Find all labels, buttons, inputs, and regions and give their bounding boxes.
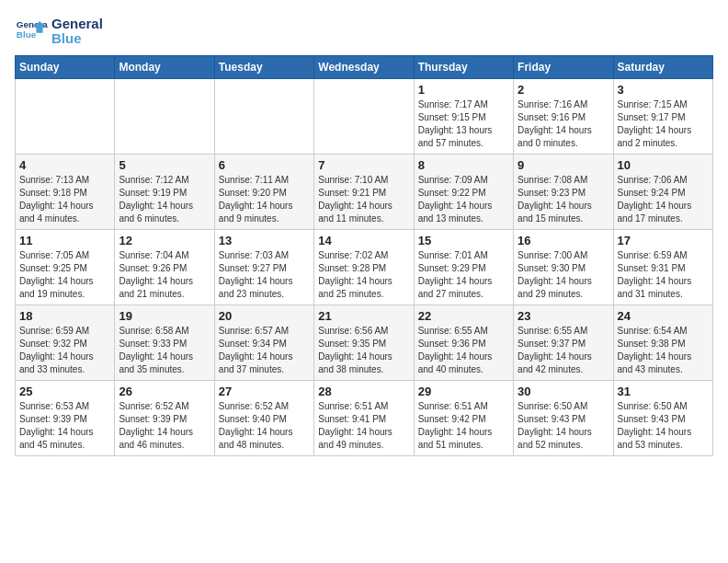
day-number: 4 — [19, 158, 110, 172]
calendar-cell: 14Sunrise: 7:02 AM Sunset: 9:28 PM Dayli… — [314, 230, 414, 305]
day-info: Sunrise: 7:01 AM Sunset: 9:29 PM Dayligh… — [418, 249, 509, 301]
weekday-tuesday: Tuesday — [214, 56, 313, 79]
day-info: Sunrise: 6:57 AM Sunset: 9:34 PM Dayligh… — [219, 325, 310, 376]
calendar-header: SundayMondayTuesdayWednesdayThursdayFrid… — [16, 56, 713, 79]
day-info: Sunrise: 7:06 AM Sunset: 9:24 PM Dayligh… — [618, 174, 709, 225]
calendar-cell: 21Sunrise: 6:56 AM Sunset: 9:35 PM Dayli… — [314, 305, 414, 381]
day-info: Sunrise: 6:55 AM Sunset: 9:36 PM Dayligh… — [418, 325, 509, 376]
day-number: 23 — [518, 309, 609, 323]
day-number: 16 — [518, 234, 609, 247]
weekday-thursday: Thursday — [414, 56, 513, 79]
day-info: Sunrise: 6:50 AM Sunset: 9:43 PM Dayligh… — [518, 400, 609, 452]
calendar-week-5: 25Sunrise: 6:53 AM Sunset: 9:39 PM Dayli… — [16, 381, 713, 456]
day-info: Sunrise: 7:11 AM Sunset: 9:20 PM Dayligh… — [219, 174, 310, 225]
calendar-cell: 1Sunrise: 7:17 AM Sunset: 9:15 PM Daylig… — [414, 79, 513, 155]
day-info: Sunrise: 7:10 AM Sunset: 9:21 PM Dayligh… — [318, 174, 409, 225]
calendar-cell: 17Sunrise: 6:59 AM Sunset: 9:31 PM Dayli… — [613, 230, 712, 305]
day-number: 2 — [518, 83, 609, 97]
calendar-week-4: 18Sunrise: 6:59 AM Sunset: 9:32 PM Dayli… — [16, 305, 713, 381]
day-info: Sunrise: 7:00 AM Sunset: 9:30 PM Dayligh… — [518, 249, 609, 301]
calendar-cell: 12Sunrise: 7:04 AM Sunset: 9:26 PM Dayli… — [115, 230, 214, 305]
calendar-cell: 24Sunrise: 6:54 AM Sunset: 9:38 PM Dayli… — [613, 305, 712, 381]
day-info: Sunrise: 7:15 AM Sunset: 9:17 PM Dayligh… — [618, 98, 709, 150]
calendar-cell: 18Sunrise: 6:59 AM Sunset: 9:32 PM Dayli… — [16, 305, 115, 381]
day-number: 1 — [418, 83, 509, 97]
calendar-cell: 11Sunrise: 7:05 AM Sunset: 9:25 PM Dayli… — [16, 230, 115, 305]
day-number: 18 — [19, 309, 110, 323]
calendar-cell: 10Sunrise: 7:06 AM Sunset: 9:24 PM Dayli… — [613, 155, 712, 230]
day-info: Sunrise: 7:02 AM Sunset: 9:28 PM Dayligh… — [318, 249, 409, 301]
day-info: Sunrise: 7:13 AM Sunset: 9:18 PM Dayligh… — [19, 174, 110, 225]
calendar-cell — [16, 79, 115, 155]
day-info: Sunrise: 7:05 AM Sunset: 9:25 PM Dayligh… — [19, 249, 110, 301]
day-info: Sunrise: 7:17 AM Sunset: 9:15 PM Dayligh… — [418, 98, 509, 150]
calendar-cell: 27Sunrise: 6:52 AM Sunset: 9:40 PM Dayli… — [214, 381, 313, 456]
calendar-cell: 7Sunrise: 7:10 AM Sunset: 9:21 PM Daylig… — [314, 155, 414, 230]
logo-general: General — [51, 17, 103, 32]
day-info: Sunrise: 6:56 AM Sunset: 9:35 PM Dayligh… — [318, 325, 409, 376]
day-number: 20 — [219, 309, 310, 323]
calendar-cell: 31Sunrise: 6:50 AM Sunset: 9:43 PM Dayli… — [613, 381, 712, 456]
day-info: Sunrise: 6:59 AM Sunset: 9:31 PM Dayligh… — [618, 249, 709, 301]
day-info: Sunrise: 6:52 AM Sunset: 9:39 PM Dayligh… — [119, 400, 210, 452]
day-number: 29 — [418, 385, 509, 398]
day-number: 7 — [318, 158, 409, 172]
calendar-cell: 5Sunrise: 7:12 AM Sunset: 9:19 PM Daylig… — [115, 155, 214, 230]
day-number: 8 — [418, 158, 509, 172]
day-number: 24 — [618, 309, 709, 323]
header: General Blue General Blue — [15, 15, 713, 48]
day-number: 19 — [119, 309, 210, 323]
weekday-monday: Monday — [115, 56, 214, 79]
day-info: Sunrise: 6:59 AM Sunset: 9:32 PM Dayligh… — [19, 325, 110, 376]
calendar-cell: 6Sunrise: 7:11 AM Sunset: 9:20 PM Daylig… — [214, 155, 313, 230]
calendar-cell: 3Sunrise: 7:15 AM Sunset: 9:17 PM Daylig… — [613, 79, 712, 155]
weekday-header-row: SundayMondayTuesdayWednesdayThursdayFrid… — [16, 56, 713, 79]
day-info: Sunrise: 6:54 AM Sunset: 9:38 PM Dayligh… — [618, 325, 709, 376]
day-number: 27 — [219, 385, 310, 398]
calendar-cell: 23Sunrise: 6:55 AM Sunset: 9:37 PM Dayli… — [514, 305, 613, 381]
day-number: 14 — [318, 234, 409, 247]
day-info: Sunrise: 7:09 AM Sunset: 9:22 PM Dayligh… — [418, 174, 509, 225]
day-number: 6 — [219, 158, 310, 172]
logo: General Blue General Blue — [15, 15, 103, 48]
logo-icon: General Blue — [15, 15, 48, 48]
calendar-cell: 16Sunrise: 7:00 AM Sunset: 9:30 PM Dayli… — [514, 230, 613, 305]
calendar-cell: 19Sunrise: 6:58 AM Sunset: 9:33 PM Dayli… — [115, 305, 214, 381]
day-info: Sunrise: 6:53 AM Sunset: 9:39 PM Dayligh… — [19, 400, 110, 452]
day-info: Sunrise: 7:08 AM Sunset: 9:23 PM Dayligh… — [518, 174, 609, 225]
day-info: Sunrise: 7:03 AM Sunset: 9:27 PM Dayligh… — [219, 249, 310, 301]
weekday-wednesday: Wednesday — [314, 56, 414, 79]
calendar-cell: 15Sunrise: 7:01 AM Sunset: 9:29 PM Dayli… — [414, 230, 513, 305]
calendar-cell: 13Sunrise: 7:03 AM Sunset: 9:27 PM Dayli… — [214, 230, 313, 305]
calendar-cell: 20Sunrise: 6:57 AM Sunset: 9:34 PM Dayli… — [214, 305, 313, 381]
calendar-cell: 22Sunrise: 6:55 AM Sunset: 9:36 PM Dayli… — [414, 305, 513, 381]
calendar-cell: 28Sunrise: 6:51 AM Sunset: 9:41 PM Dayli… — [314, 381, 414, 456]
day-number: 15 — [418, 234, 509, 247]
day-info: Sunrise: 6:50 AM Sunset: 9:43 PM Dayligh… — [618, 400, 709, 452]
calendar-cell: 25Sunrise: 6:53 AM Sunset: 9:39 PM Dayli… — [16, 381, 115, 456]
calendar-table: SundayMondayTuesdayWednesdayThursdayFrid… — [15, 55, 713, 456]
day-number: 25 — [19, 385, 110, 398]
svg-text:Blue: Blue — [17, 29, 37, 40]
day-number: 31 — [618, 385, 709, 398]
day-number: 11 — [19, 234, 110, 247]
weekday-sunday: Sunday — [16, 56, 115, 79]
day-info: Sunrise: 6:52 AM Sunset: 9:40 PM Dayligh… — [219, 400, 310, 452]
calendar-cell — [314, 79, 414, 155]
calendar-cell: 9Sunrise: 7:08 AM Sunset: 9:23 PM Daylig… — [514, 155, 613, 230]
day-number: 3 — [618, 83, 709, 97]
day-info: Sunrise: 7:12 AM Sunset: 9:19 PM Dayligh… — [119, 174, 210, 225]
day-info: Sunrise: 6:51 AM Sunset: 9:42 PM Dayligh… — [418, 400, 509, 452]
calendar-cell — [214, 79, 313, 155]
day-number: 28 — [318, 385, 409, 398]
day-info: Sunrise: 7:16 AM Sunset: 9:16 PM Dayligh… — [518, 98, 609, 150]
calendar-body: 1Sunrise: 7:17 AM Sunset: 9:15 PM Daylig… — [16, 79, 713, 456]
calendar-cell: 26Sunrise: 6:52 AM Sunset: 9:39 PM Dayli… — [115, 381, 214, 456]
day-number: 10 — [618, 158, 709, 172]
day-number: 30 — [518, 385, 609, 398]
day-info: Sunrise: 6:51 AM Sunset: 9:41 PM Dayligh… — [318, 400, 409, 452]
day-info: Sunrise: 6:58 AM Sunset: 9:33 PM Dayligh… — [119, 325, 210, 376]
calendar-cell: 30Sunrise: 6:50 AM Sunset: 9:43 PM Dayli… — [514, 381, 613, 456]
weekday-friday: Friday — [514, 56, 613, 79]
day-number: 26 — [119, 385, 210, 398]
